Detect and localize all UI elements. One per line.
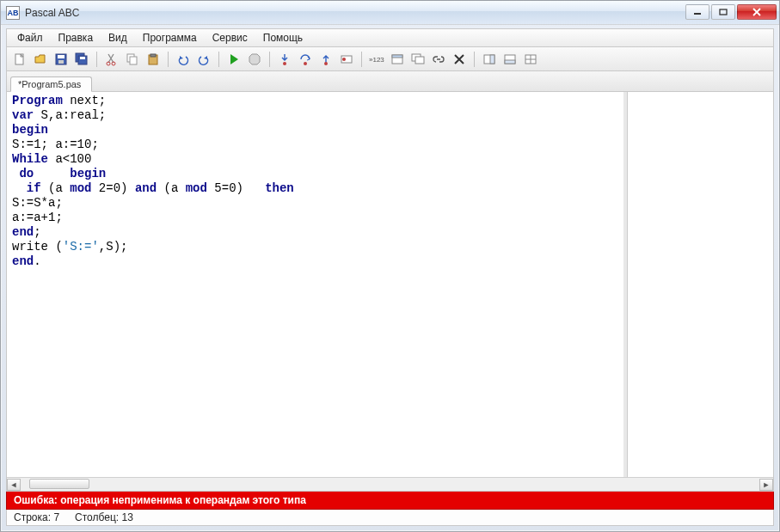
scroll-right-button[interactable]: ► — [759, 479, 773, 491]
code-editor[interactable]: Program next; var S,a:real; begin S:=1; … — [7, 92, 627, 477]
code-text: next; — [63, 94, 106, 107]
toolbar-separator — [168, 52, 169, 67]
stop-button[interactable] — [245, 50, 264, 69]
step-into-button[interactable] — [275, 50, 294, 69]
panel-button-2[interactable] — [501, 50, 519, 69]
cut-button[interactable] — [102, 50, 121, 69]
code-text: S:=1; a:=10; — [12, 138, 99, 151]
code-text — [12, 181, 27, 195]
code-text: write ( — [12, 240, 63, 254]
maximize-button[interactable] — [711, 4, 735, 20]
menu-help[interactable]: Помощь — [256, 30, 310, 46]
svg-rect-12 — [130, 57, 137, 64]
menu-view[interactable]: Вид — [101, 30, 134, 46]
redo-icon — [197, 52, 211, 66]
svg-rect-5 — [58, 60, 64, 64]
window-controls — [685, 4, 777, 21]
step-over-icon — [298, 52, 312, 66]
menu-program[interactable]: Программа — [136, 30, 204, 46]
open-file-button[interactable] — [31, 50, 50, 69]
svg-point-15 — [283, 62, 286, 65]
svg-rect-22 — [392, 55, 402, 58]
close-x-icon — [452, 52, 466, 66]
toolbar-separator — [96, 52, 97, 67]
horizontal-scrollbar[interactable]: ◄ ► — [7, 477, 773, 491]
step-over-button[interactable] — [296, 50, 315, 69]
step-out-button[interactable] — [316, 50, 335, 69]
menu-service[interactable]: Сервис — [206, 30, 255, 46]
goto-line-button[interactable]: »123 — [367, 50, 386, 69]
code-text — [34, 167, 70, 180]
scroll-left-button[interactable]: ◄ — [7, 479, 21, 491]
svg-text:»123: »123 — [369, 56, 384, 64]
code-keyword: var — [12, 108, 34, 122]
code-keyword: end — [12, 225, 34, 239]
code-text: (a — [41, 181, 71, 195]
window-button-1[interactable] — [388, 50, 407, 69]
code-keyword: begin — [70, 167, 106, 180]
toolbar-separator — [361, 52, 362, 67]
breakpoint-button[interactable] — [337, 50, 356, 69]
code-keyword: end — [12, 254, 34, 268]
status-col-label: Столбец: — [75, 511, 119, 523]
scroll-thumb[interactable] — [29, 479, 89, 489]
menu-edit[interactable]: Правка — [52, 30, 101, 46]
svg-rect-14 — [150, 54, 156, 57]
close-window-button[interactable] — [450, 50, 469, 69]
toolbar-separator — [218, 52, 219, 67]
new-file-button[interactable] — [10, 50, 29, 69]
menu-file[interactable]: Файл — [10, 30, 50, 46]
panel-icon — [482, 52, 496, 66]
svg-rect-1 — [720, 9, 727, 15]
code-keyword: do — [12, 167, 34, 180]
code-text: S:=S*a; — [12, 196, 63, 210]
status-line-value: 7 — [53, 511, 59, 523]
error-bar: Ошибка: операция неприменима к операндам… — [6, 492, 774, 510]
toolbar-separator — [269, 52, 270, 67]
copy-icon — [126, 52, 139, 66]
panel-button-1[interactable] — [480, 50, 499, 69]
paste-button[interactable] — [144, 50, 163, 69]
code-text: 2=0) — [91, 181, 134, 195]
close-button[interactable] — [737, 4, 777, 20]
open-folder-icon — [34, 52, 47, 66]
titlebar[interactable]: AB Pascal ABC — [1, 1, 779, 25]
status-line-label: Строка: — [14, 511, 51, 523]
scroll-track[interactable] — [21, 479, 759, 491]
svg-rect-28 — [505, 60, 515, 64]
step-out-icon — [319, 52, 333, 66]
file-tab[interactable]: *Program5.pas — [10, 76, 92, 92]
close-icon — [752, 8, 762, 16]
editor-area: Program next; var S,a:real; begin S:=1; … — [6, 92, 774, 492]
maximize-icon — [719, 9, 728, 15]
link-button[interactable] — [429, 50, 448, 69]
save-icon — [54, 52, 68, 66]
link-icon — [432, 52, 445, 66]
window-button-2[interactable] — [408, 50, 427, 69]
status-line: Строка: 7 — [14, 511, 59, 523]
panel-button-3[interactable] — [521, 50, 540, 69]
code-text: S,a:real; — [34, 108, 106, 122]
status-bar: Строка: 7 Столбец: 13 — [6, 510, 774, 526]
minimize-button[interactable] — [685, 4, 709, 20]
code-keyword: While — [12, 152, 48, 166]
toolbar-separator — [474, 52, 475, 67]
save-all-button[interactable] — [72, 50, 91, 69]
app-icon: AB — [6, 6, 20, 20]
undo-button[interactable] — [174, 50, 193, 69]
code-text: a:=a+1; — [12, 211, 63, 224]
status-col-value: 13 — [121, 511, 132, 523]
minimize-icon — [693, 9, 702, 15]
code-keyword: then — [265, 181, 294, 195]
new-file-icon — [13, 52, 27, 66]
goto-line-icon: »123 — [368, 53, 385, 65]
save-button[interactable] — [52, 50, 71, 69]
svg-point-17 — [324, 62, 328, 65]
svg-rect-0 — [694, 13, 701, 15]
code-keyword: if — [27, 181, 41, 195]
code-keyword: mod — [70, 181, 91, 195]
redo-button[interactable] — [194, 50, 213, 69]
app-window: AB Pascal ABC Файл Правка Вид Программа … — [0, 0, 780, 532]
run-button[interactable] — [224, 50, 243, 69]
copy-button[interactable] — [123, 50, 142, 69]
